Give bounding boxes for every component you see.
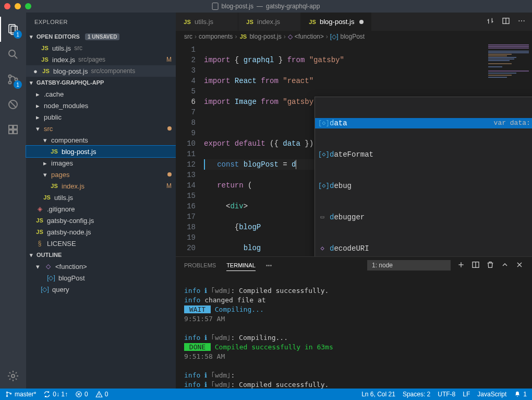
status-sync[interactable]: 0↓ 1↑ bbox=[43, 391, 68, 398]
tree-file[interactable]: JSgatsby-node.js bbox=[26, 226, 176, 238]
tree-file[interactable]: JSgatsby-config.js bbox=[26, 215, 176, 226]
svg-point-2 bbox=[9, 50, 15, 56]
crumb[interactable]: blog-post.js bbox=[249, 33, 281, 40]
panel-tab-terminal[interactable]: TERMINAL bbox=[226, 260, 256, 271]
tree-folder[interactable]: pages bbox=[26, 169, 176, 180]
autocomplete-item[interactable]: [◇] data var data: any i bbox=[315, 118, 532, 128]
tree-file[interactable]: ◈.gitignore bbox=[26, 203, 176, 215]
tree-file[interactable]: §LICENSE bbox=[26, 238, 176, 249]
tree-file[interactable]: JSutils.js bbox=[26, 192, 176, 203]
new-terminal-icon[interactable] bbox=[457, 261, 465, 270]
status-eol[interactable]: LF bbox=[463, 391, 470, 398]
tree-folder[interactable]: images bbox=[26, 157, 176, 169]
open-editor-item[interactable]: JS utils.js src bbox=[26, 42, 176, 54]
status-branch[interactable]: master* bbox=[5, 391, 36, 398]
code-body[interactable]: import { graphql } from "gatsby" import … bbox=[204, 42, 485, 256]
open-editors-label: OPEN EDITORS bbox=[37, 33, 80, 40]
breadcrumb[interactable]: src› components› JS blog-post.js› ◇ <fun… bbox=[176, 31, 532, 42]
chevron-down-icon: ▾ bbox=[28, 33, 34, 40]
outline-label: query bbox=[52, 286, 69, 293]
tree-folder[interactable]: components bbox=[26, 134, 176, 146]
autocomplete-item[interactable]: ▭debugger bbox=[315, 212, 532, 222]
window-maximize[interactable] bbox=[25, 3, 31, 9]
editor-tab[interactable]: JS utils.js bbox=[176, 13, 238, 31]
gitignore-icon: ◈ bbox=[35, 205, 44, 213]
open-editors-header[interactable]: ▾ OPEN EDITORS 1 UNSAVED bbox=[26, 31, 176, 42]
status-notifications[interactable]: 1 bbox=[514, 391, 527, 398]
tree-folder[interactable]: .cache bbox=[26, 88, 176, 100]
activity-search[interactable] bbox=[0, 42, 26, 67]
activitybar: 1 1 bbox=[0, 13, 26, 389]
panel-tab-problems[interactable]: PROBLEMS bbox=[184, 260, 216, 271]
project-header[interactable]: ▾ GATSBY-GRAPHQL-APP bbox=[26, 77, 176, 88]
file-name: utils.js bbox=[54, 194, 73, 202]
split-icon[interactable] bbox=[502, 17, 510, 27]
activity-settings[interactable] bbox=[0, 363, 26, 389]
editor-tab[interactable]: JS index.js bbox=[238, 13, 301, 31]
crumb[interactable]: <function> bbox=[295, 33, 324, 40]
open-editor-item[interactable]: JS index.js src/pages M bbox=[26, 54, 176, 65]
project-name: GATSBY-GRAPHQL-APP bbox=[37, 79, 104, 86]
outline-item[interactable]: [◇]query bbox=[26, 284, 176, 295]
window-close[interactable] bbox=[4, 3, 10, 9]
activity-scm[interactable]: 1 bbox=[0, 67, 26, 92]
tree-file[interactable]: JSindex.jsM bbox=[26, 180, 176, 192]
svg-point-4 bbox=[9, 75, 11, 78]
terminal-body[interactable]: info ℹ ｢wdm｣: Compiled successfully. inf… bbox=[176, 274, 532, 389]
tree-folder[interactable]: node_modules bbox=[26, 100, 176, 111]
variable-icon: [◇] bbox=[318, 181, 327, 191]
window-minimize[interactable] bbox=[15, 3, 21, 9]
svg-point-13 bbox=[11, 374, 15, 378]
folder-expanded-icon bbox=[42, 171, 48, 179]
outline-header[interactable]: ▾ OUTLINE bbox=[26, 249, 176, 261]
tree-folder[interactable]: src bbox=[26, 123, 176, 134]
tab-label: blog-post.js bbox=[320, 18, 354, 26]
status-warnings[interactable]: 0 bbox=[95, 391, 108, 398]
autocomplete-popup[interactable]: [◇] data var data: any i [◇]dateFormat [… bbox=[315, 97, 532, 256]
chevron-down-icon: ▾ bbox=[28, 252, 34, 258]
outline-item[interactable]: ◇<function> bbox=[26, 261, 176, 272]
tree-folder[interactable]: public bbox=[26, 111, 176, 123]
status-spaces[interactable]: Spaces: 2 bbox=[403, 391, 430, 398]
more-icon[interactable] bbox=[517, 17, 526, 27]
panel-tab-more[interactable]: ••• bbox=[266, 260, 272, 271]
activity-extensions[interactable] bbox=[0, 117, 26, 142]
file-tree: .cache node_modules public src component… bbox=[26, 88, 176, 249]
close-panel-icon[interactable] bbox=[515, 261, 524, 270]
editor-area: JS utils.js JS index.js JS blog-post.js bbox=[176, 13, 532, 389]
status-cursor[interactable]: Ln 6, Col 21 bbox=[361, 391, 395, 398]
titlebar-filename: blog-post.js bbox=[222, 3, 253, 10]
folder-name: pages bbox=[51, 171, 69, 179]
file-path: src/components bbox=[91, 67, 135, 75]
status-errors[interactable]: 0 bbox=[75, 391, 88, 398]
editor-tab[interactable]: JS blog-post.js bbox=[301, 13, 371, 31]
status-language[interactable]: JavaScript bbox=[477, 391, 506, 398]
tree-file[interactable]: JSblog-post.js bbox=[26, 146, 176, 157]
trash-icon[interactable] bbox=[486, 261, 494, 270]
split-terminal-icon[interactable] bbox=[471, 261, 480, 270]
file-path: src/pages bbox=[78, 56, 105, 63]
code-editor[interactable]: 1 2 3 4 5 6 7 8 9 10 11 12 13 14 bbox=[176, 42, 532, 256]
maximize-panel-icon[interactable] bbox=[501, 261, 509, 270]
crumb[interactable]: blogPost bbox=[340, 33, 365, 40]
compare-icon[interactable] bbox=[486, 17, 494, 27]
autocomplete-item[interactable]: [◇]dateFormat bbox=[315, 149, 532, 160]
js-icon: JS bbox=[183, 19, 191, 25]
crumb[interactable]: src bbox=[184, 33, 192, 40]
terminal-select[interactable]: 1: node bbox=[367, 260, 451, 270]
line-gutter: 1 2 3 4 5 6 7 8 9 10 11 12 13 14 bbox=[176, 42, 204, 256]
open-editor-item[interactable]: ● JS blog-post.js src/components bbox=[26, 65, 176, 77]
activity-explorer[interactable]: 1 bbox=[0, 17, 26, 42]
outline-label: blogPost bbox=[58, 274, 85, 282]
crumb[interactable]: components bbox=[199, 33, 233, 40]
autocomplete-item[interactable]: ◇decodeURI bbox=[315, 243, 532, 254]
function-icon: ◇ bbox=[44, 263, 52, 270]
status-encoding[interactable]: UTF-8 bbox=[438, 391, 455, 398]
autocomplete-item[interactable]: [◇]debug bbox=[315, 181, 532, 191]
outline-item[interactable]: [◇]blogPost bbox=[26, 272, 176, 284]
sidebar: EXPLORER ▾ OPEN EDITORS 1 UNSAVED JS uti… bbox=[26, 13, 176, 389]
folder-collapsed-icon bbox=[42, 159, 48, 167]
svg-point-26 bbox=[6, 395, 7, 396]
activity-debug[interactable] bbox=[0, 92, 26, 117]
file-name: blog-post.js bbox=[53, 67, 88, 75]
